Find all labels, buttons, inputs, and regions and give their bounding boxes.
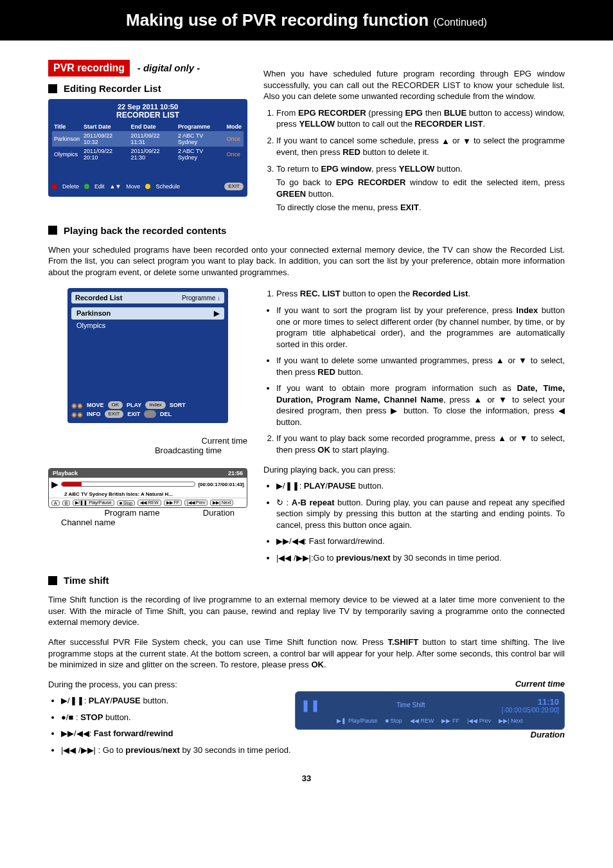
playback-bullet-2: If you want to delete some unwanted prog… <box>276 355 565 377</box>
up-arrow-icon: ▲ <box>496 356 505 365</box>
a-button: A <box>51 500 60 506</box>
timeshift-title: Time Shift <box>396 701 425 709</box>
playback-time: 21:56 <box>228 470 243 476</box>
updown-icon: ◉◉ <box>71 402 83 409</box>
ff-rew-icon: ▶▶/◀◀ <box>276 536 305 546</box>
repeat-icon: ↻ <box>276 498 283 507</box>
play-icon: ▶ <box>51 479 58 489</box>
page-title: Making use of PVR recording function <box>126 10 433 30</box>
timeshift-p2: After successful PVR File System check, … <box>48 637 565 671</box>
timeshift-duration-label: Duration <box>289 730 565 739</box>
del-label: DEL <box>160 411 172 417</box>
col-start: Start Date <box>82 122 129 131</box>
step-2: If you want to cancel some schedule, pre… <box>276 135 565 158</box>
timeshift-time: 11:10 <box>501 697 559 707</box>
during-bullet-3: ▶▶/◀◀: Fast forward/rewind. <box>276 536 565 547</box>
broadcasting-time-label: Broadcasting time <box>48 446 222 455</box>
table-row: Parkinson 2011/09/22 10:32 2011/09/22 11… <box>52 131 244 147</box>
play-pause-button: ▶/❚❚ Play/Pause <box>73 500 114 506</box>
rec-stop-icon: ●/■ <box>61 712 73 722</box>
playback-duration: [00:00:17/00:01:43] <box>198 482 244 487</box>
up-arrow-icon: ▲ <box>441 136 450 147</box>
recorder-list-title: RECORDER LIST <box>52 111 244 120</box>
epg-intro-text: When you have scheduled future program r… <box>263 68 565 102</box>
stop-button: ■ Stop <box>117 500 136 506</box>
digital-only-label: - digital only - <box>138 62 200 73</box>
col-title: Title <box>52 122 82 131</box>
updown-icon: ▲▼ <box>110 183 121 190</box>
ts-ff: ▶▶ FF <box>441 718 459 724</box>
playback-bullet-1: If you want to sort the program list by … <box>276 305 565 350</box>
during-bullet-1: ▶/❚❚: PLAY/PAUSE button. <box>276 480 565 492</box>
col-end: End Date <box>129 122 175 131</box>
edit-label: Edit <box>94 183 105 190</box>
down-arrow-icon: ↓ <box>217 294 220 302</box>
playback-channel-title: 2 ABC TV Sydney British Isles: A Natural… <box>49 491 247 498</box>
move-label: MOVE <box>87 402 104 408</box>
prev-next-icon: |◀◀ /▶▶| <box>61 745 96 755</box>
up-arrow-icon: ▲ <box>474 395 483 404</box>
right-arrow-icon: ▶ <box>391 406 399 415</box>
recorder-list-panel: 22 Sep 2011 10:50 RECORDER LIST Title St… <box>48 99 247 197</box>
page-number: 33 <box>48 773 565 783</box>
ts-bullet-4: |◀◀ /▶▶| : Go to previous/next by 30 sec… <box>61 745 565 756</box>
b-button: B <box>62 500 71 506</box>
section-bullet-icon <box>48 84 57 93</box>
playback-bar: Playback 21:56 ▶ [00:00:17/00:01:43] 2 A… <box>48 468 247 508</box>
list-item: Olympics <box>71 320 224 331</box>
del-pill <box>144 410 156 418</box>
ts-stop: ■ Stop <box>385 718 402 724</box>
during-playing-label: During playing back, you can press: <box>263 464 565 476</box>
list-item: Parkinson ▶ <box>71 307 224 320</box>
timeshift-panel: ❚❚ Time Shift 11:10 [-00:00:05/00:20:00]… <box>295 691 565 730</box>
recorded-list-title: Recorded List <box>75 294 122 302</box>
index-pill: Index <box>145 401 166 409</box>
prev-next-icon: |◀◀ /▶▶| <box>276 553 311 563</box>
play-pause-icon: ▶/❚❚ <box>276 481 299 491</box>
prev-button: |◀◀ Prev <box>184 500 208 506</box>
playback-intro: When your scheduled programs have been r… <box>48 244 565 278</box>
exit-pill2: EXIT <box>105 410 124 418</box>
next-button: ▶▶| Next <box>210 500 233 506</box>
timeshift-heading: Time shift <box>64 575 109 586</box>
ts-prev: |◀◀ Prev <box>467 718 491 724</box>
sort-label: Programme <box>182 294 215 302</box>
program-name-label: Program name <box>104 508 159 518</box>
schedule-label: Schedule <box>155 183 180 190</box>
play-pause-icon: ▶/❚❚ <box>61 696 84 705</box>
playback-title: Playback <box>53 470 78 476</box>
playback-step-2: If you want to play back some recorded p… <box>276 433 565 455</box>
playback-heading: Playing back the recorded contents <box>64 225 226 236</box>
section-bullet-icon <box>48 226 57 235</box>
ts-play-pause: ▶❚ Play/Pause <box>337 718 377 724</box>
timeshift-dur: [-00:00:05/00:20:00] <box>501 707 559 714</box>
playback-step-1: Press REC. LIST button to open the Recor… <box>276 288 565 300</box>
table-row: Olympics 2011/09/22 20:10 2011/09/22 21:… <box>52 147 244 162</box>
step-3: To return to EPG window, press YELLOW bu… <box>276 163 565 213</box>
info-label: INFO <box>87 411 101 417</box>
page-title-bar: Making use of PVR recording function (Co… <box>0 0 613 41</box>
down-arrow-icon: ▼ <box>499 395 508 404</box>
editing-recorder-heading: Editing Recorder List <box>64 83 161 94</box>
red-dot-icon <box>52 184 57 189</box>
pause-icon: ❚❚ <box>301 698 320 712</box>
down-arrow-icon: ▼ <box>463 136 471 147</box>
chevron-right-icon: ▶ <box>214 309 219 318</box>
delete-label: Delete <box>62 183 79 190</box>
down-arrow-icon: ▼ <box>519 356 528 365</box>
sort-label2: SORT <box>170 402 186 408</box>
channel-name-label: Channel name <box>48 518 247 527</box>
ts-next: ▶▶| Next <box>499 718 522 724</box>
green-dot-icon <box>84 184 89 189</box>
leftright-icon: ◉◉ <box>71 411 83 418</box>
timeshift-curtime-label: Current time <box>289 679 565 689</box>
ts-rew: ◀◀ REW <box>410 718 434 724</box>
left-arrow-icon: ◀ <box>558 406 565 415</box>
yellow-dot-icon <box>145 184 150 189</box>
recorder-list-table: Title Start Date End Date Programme Mode… <box>52 122 244 162</box>
recorded-list-panel: Recorded List Programme ↓ Parkinson ▶ Ol… <box>67 288 228 423</box>
col-mode: Mode <box>224 122 244 131</box>
exit-pill: EXIT <box>224 183 244 190</box>
col-programme: Programme <box>176 122 225 131</box>
ff-button: ▶▶ FF <box>164 500 182 506</box>
